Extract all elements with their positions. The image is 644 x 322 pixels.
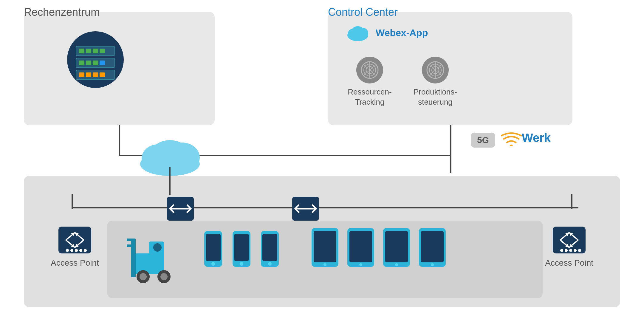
wifi-icon (501, 131, 522, 149)
svg-point-97 (75, 249, 78, 252)
svg-point-76 (323, 263, 326, 266)
svg-rect-59 (127, 244, 133, 247)
svg-point-98 (79, 249, 82, 252)
svg-rect-5 (93, 49, 98, 53)
svg-rect-84 (421, 231, 444, 262)
svg-rect-18 (100, 72, 105, 77)
svg-point-73 (268, 262, 272, 266)
svg-rect-3 (79, 49, 84, 53)
access-point-left-label: Access Point (51, 258, 99, 268)
tablets-group (310, 227, 447, 268)
webex-cloud-icon (346, 24, 370, 42)
fiveg-badge: 5G (471, 133, 495, 148)
svg-point-63 (160, 273, 168, 280)
ressourcen-tracking-icon (356, 57, 383, 83)
webex-app-label: Webex-App (376, 27, 428, 38)
line-sdwan-to-werk (169, 167, 171, 195)
svg-rect-17 (93, 72, 98, 77)
svg-rect-11 (93, 61, 98, 65)
phone-icon-1 (203, 230, 224, 268)
svg-rect-72 (262, 234, 277, 261)
svg-rect-66 (206, 234, 221, 261)
access-point-right-icon (553, 227, 586, 253)
svg-point-99 (84, 249, 87, 252)
svg-point-61 (140, 273, 147, 280)
access-point-left-icon (58, 227, 91, 253)
tablet-icon-3 (382, 227, 411, 268)
phone-icon-2 (231, 230, 252, 268)
svg-rect-16 (86, 72, 91, 77)
conn-bar-horiz (72, 207, 578, 208)
werk-box: Access Point Access Point (24, 176, 620, 307)
tablet-icon-1 (310, 227, 340, 268)
control-center-label: Control Center (328, 6, 398, 18)
svg-rect-4 (86, 49, 91, 53)
produktions-steuerung-label: Produktions-steuerung (414, 87, 457, 107)
webex-section: Webex-App (346, 24, 428, 42)
svg-rect-12 (100, 61, 105, 65)
produktions-steuerung-icon (422, 57, 449, 83)
svg-rect-15 (79, 72, 84, 77)
ressourcen-tracking-item: Ressourcen-Tracking (346, 57, 394, 107)
device-area (107, 221, 543, 298)
svg-rect-55 (134, 253, 164, 274)
svg-point-111 (569, 249, 572, 252)
access-point-right-label: Access Point (545, 258, 593, 268)
svg-rect-57 (131, 239, 136, 277)
router-left (167, 197, 194, 222)
svg-rect-10 (86, 61, 91, 65)
access-point-left-section: Access Point (51, 227, 99, 268)
svg-point-110 (565, 249, 568, 252)
line-ap-right-up (571, 194, 572, 209)
svg-rect-9 (79, 61, 84, 65)
tablet-icon-2 (346, 227, 376, 268)
rechenzentrum-label: Rechenzentrum (24, 6, 100, 18)
svg-point-79 (359, 263, 362, 266)
svg-rect-78 (349, 231, 372, 262)
svg-point-113 (578, 249, 581, 252)
tablet-icon-4 (417, 227, 447, 268)
line-ap-left-up (72, 194, 73, 209)
forklift-icon (125, 224, 179, 290)
app-icons-row: Ressourcen-Tracking Produktions-steuerun… (346, 57, 459, 107)
svg-point-64 (153, 243, 162, 252)
svg-point-22 (351, 26, 364, 37)
main-container: Rechenzentrum Control Center (0, 0, 644, 322)
phones-group (203, 230, 280, 268)
svg-point-95 (66, 249, 69, 252)
werk-label: Werk (522, 131, 551, 145)
phone-icon-3 (259, 230, 280, 268)
router-right (292, 197, 319, 222)
fiveg-section: 5G (471, 131, 522, 149)
svg-point-109 (560, 249, 563, 252)
svg-rect-6 (100, 49, 105, 53)
svg-point-70 (240, 262, 243, 266)
server-icon (66, 30, 125, 89)
svg-rect-69 (234, 234, 249, 261)
svg-point-85 (431, 263, 434, 266)
svg-rect-75 (314, 231, 336, 262)
produktions-steuerung-item: Produktions-steuerung (411, 57, 459, 107)
ressourcen-tracking-label: Ressourcen-Tracking (348, 87, 391, 107)
svg-point-42 (151, 140, 189, 170)
svg-point-96 (70, 249, 73, 252)
svg-point-67 (211, 262, 215, 266)
line-rechenzentrum-sdwan (119, 125, 120, 155)
svg-rect-81 (385, 231, 408, 262)
access-point-right-section: Access Point (545, 227, 593, 268)
svg-point-112 (574, 249, 577, 252)
svg-rect-58 (127, 239, 133, 241)
line-cc-to-horiz (450, 125, 451, 156)
svg-point-82 (395, 263, 398, 266)
